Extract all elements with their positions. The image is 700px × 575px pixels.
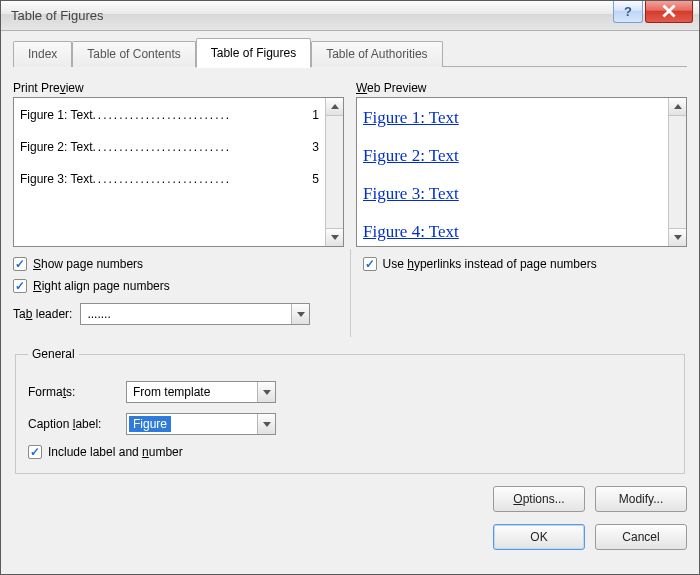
general-legend: General	[28, 347, 79, 361]
options-buttons-row: Options... Modify...	[13, 486, 687, 512]
chevron-down-icon	[674, 235, 682, 240]
formats-dropdown[interactable]: From template	[126, 381, 276, 403]
cancel-button[interactable]: Cancel	[595, 524, 687, 550]
web-preview-row: Figure 1: Text	[363, 108, 662, 128]
titlebar: Table of Figures ?	[1, 1, 699, 31]
web-preview-link[interactable]: Figure 3: Text	[363, 184, 459, 203]
chevron-up-icon	[331, 104, 339, 109]
close-icon	[662, 4, 676, 18]
chevron-down-icon	[331, 235, 339, 240]
formats-row: Formats: From template	[28, 381, 672, 403]
show-page-numbers-checkbox[interactable]	[13, 257, 27, 271]
right-align-checkbox[interactable]	[13, 279, 27, 293]
caption-label-dropdown[interactable]: Figure	[126, 413, 276, 435]
formats-label: Formats:	[28, 385, 118, 399]
general-group: General Formats: From template Caption l…	[15, 347, 685, 474]
dialog-buttons-row: OK Cancel	[13, 524, 687, 550]
web-options: Use hyperlinks instead of page numbers	[363, 249, 688, 337]
right-align-label: Right align page numbers	[33, 279, 170, 293]
show-page-numbers-row: Show page numbers	[13, 257, 338, 271]
print-preview-panel: Print Preview Figure 1: Text ...........…	[13, 81, 344, 247]
scroll-down-button[interactable]	[326, 228, 343, 246]
print-options: Show page numbers Right align page numbe…	[13, 249, 351, 337]
caption-label-label: Caption label:	[28, 417, 118, 431]
close-button[interactable]	[645, 1, 693, 23]
window-title: Table of Figures	[11, 8, 613, 23]
scroll-down-button[interactable]	[669, 228, 686, 246]
tabstrip: Index Table of Contents Table of Figures…	[13, 41, 687, 67]
web-preview-panel: Web Preview Figure 1: Text Figure 2: Tex…	[356, 81, 687, 247]
scrollbar[interactable]	[668, 98, 686, 246]
ok-button[interactable]: OK	[493, 524, 585, 550]
tab-leader-dropdown[interactable]: .......	[80, 303, 310, 325]
use-hyperlinks-label: Use hyperlinks instead of page numbers	[383, 257, 597, 271]
tab-index[interactable]: Index	[13, 41, 72, 67]
web-preview-label: Web Preview	[356, 81, 687, 95]
dialog-content: Index Table of Contents Table of Figures…	[1, 31, 699, 574]
web-preview-row: Figure 4: Text	[363, 222, 662, 242]
dropdown-button[interactable]	[291, 304, 309, 324]
web-preview-link[interactable]: Figure 1: Text	[363, 108, 459, 127]
print-preview-body: Figure 1: Text .........................…	[14, 98, 325, 246]
print-preview-row: Figure 3: Text .........................…	[20, 172, 319, 186]
web-preview-box: Figure 1: Text Figure 2: Text Figure 3: …	[356, 97, 687, 247]
scroll-track[interactable]	[669, 116, 686, 228]
right-align-row: Right align page numbers	[13, 279, 338, 293]
dropdown-button[interactable]	[257, 382, 275, 402]
dropdown-button[interactable]	[257, 414, 275, 434]
scrollbar[interactable]	[325, 98, 343, 246]
tab-table-of-authorities[interactable]: Table of Authorities	[311, 41, 442, 67]
tab-table-of-contents[interactable]: Table of Contents	[72, 41, 195, 67]
tab-leader-label: Tab leader:	[13, 307, 72, 321]
chevron-up-icon	[674, 104, 682, 109]
tab-table-of-figures[interactable]: Table of Figures	[196, 38, 311, 68]
formats-value: From template	[133, 385, 257, 399]
preview-panels: Print Preview Figure 1: Text ...........…	[13, 81, 687, 247]
web-preview-row: Figure 3: Text	[363, 184, 662, 204]
options-button[interactable]: Options...	[493, 486, 585, 512]
print-preview-label: Print Preview	[13, 81, 344, 95]
use-hyperlinks-checkbox[interactable]	[363, 257, 377, 271]
chevron-down-icon	[263, 390, 271, 395]
include-label-row: Include label and number	[28, 445, 672, 459]
print-preview-box: Figure 1: Text .........................…	[13, 97, 344, 247]
help-button[interactable]: ?	[613, 1, 643, 23]
web-preview-link[interactable]: Figure 2: Text	[363, 146, 459, 165]
chevron-down-icon	[263, 422, 271, 427]
tab-leader-row: Tab leader: .......	[13, 303, 338, 325]
scroll-track[interactable]	[326, 116, 343, 228]
options-split: Show page numbers Right align page numbe…	[13, 249, 687, 337]
modify-button[interactable]: Modify...	[595, 486, 687, 512]
tab-leader-value: .......	[87, 307, 291, 321]
print-preview-row: Figure 2: Text .........................…	[20, 140, 319, 154]
chevron-down-icon	[297, 312, 305, 317]
web-preview-row: Figure 2: Text	[363, 146, 662, 166]
use-hyperlinks-row: Use hyperlinks instead of page numbers	[363, 257, 688, 271]
include-label-label: Include label and number	[48, 445, 183, 459]
caption-label-value: Figure	[133, 417, 257, 431]
show-page-numbers-label: Show page numbers	[33, 257, 143, 271]
scroll-up-button[interactable]	[326, 98, 343, 116]
web-preview-link[interactable]: Figure 4: Text	[363, 222, 459, 241]
web-preview-body: Figure 1: Text Figure 2: Text Figure 3: …	[357, 98, 668, 246]
dialog-window: Table of Figures ? Index Table of Conten…	[0, 0, 700, 575]
include-label-checkbox[interactable]	[28, 445, 42, 459]
print-preview-row: Figure 1: Text .........................…	[20, 108, 319, 122]
caption-label-row: Caption label: Figure	[28, 413, 672, 435]
scroll-up-button[interactable]	[669, 98, 686, 116]
